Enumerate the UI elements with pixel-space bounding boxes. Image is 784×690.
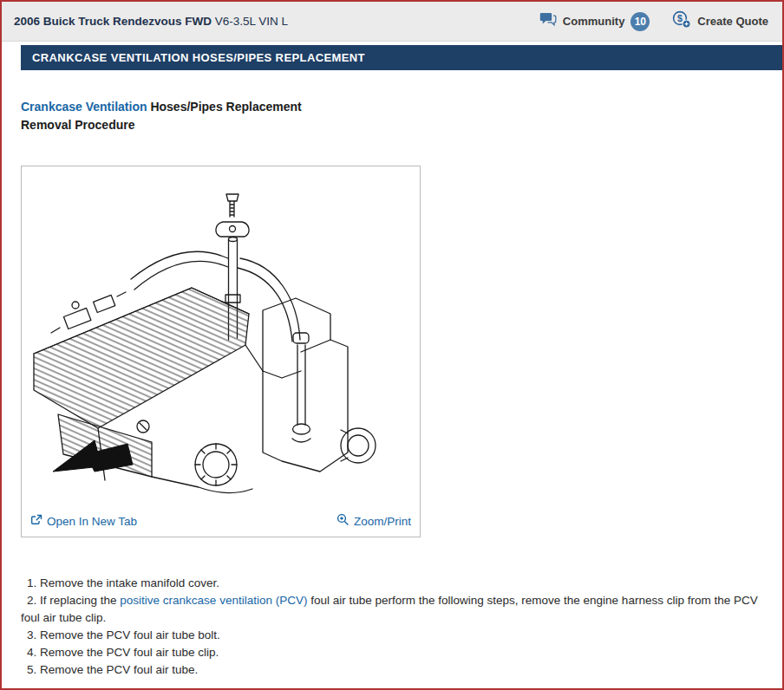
community-label: Community xyxy=(563,15,625,28)
section-title-bar: CRANKCASE VENTILATION HOSES/PIPES REPLAC… xyxy=(21,45,782,70)
create-quote-button[interactable]: $ Create Quote xyxy=(672,10,768,32)
engine-diagram xyxy=(22,166,420,511)
procedure-steps: 1. Remove the intake manifold cover. 2. … xyxy=(21,575,763,679)
zoom-icon xyxy=(336,513,350,529)
article-heading: Crankcase Ventilation Hoses/Pipes Replac… xyxy=(21,98,763,134)
step-2: 2. If replacing the positive crankcase v… xyxy=(21,592,763,627)
vehicle-engine-detail: V6-3.5L VIN L xyxy=(212,15,288,28)
crankcase-ventilation-link[interactable]: Crankcase Ventilation xyxy=(21,100,147,114)
header-bar: 2006 Buick Truck Rendezvous FWD V6-3.5L … xyxy=(2,2,782,42)
step-text: If replacing the xyxy=(40,594,120,607)
step-3: 3. Remove the PCV foul air tube bolt. xyxy=(21,627,763,644)
step-text: Remove the PCV foul air tube bolt. xyxy=(40,628,220,641)
step-number: 2. xyxy=(27,594,40,607)
vehicle-name: 2006 Buick Truck Rendezvous FWD xyxy=(14,15,212,28)
community-count-badge: 10 xyxy=(630,12,650,31)
step-text: Remove the PCV foul air tube. xyxy=(40,663,198,676)
heading-rest: Hoses/Pipes Replacement xyxy=(147,100,302,114)
create-quote-label: Create Quote xyxy=(697,15,768,28)
step-text: Remove the PCV foul air tube clip. xyxy=(40,646,219,659)
step-text: Remove the intake manifold cover. xyxy=(40,576,219,589)
step-number: 3. xyxy=(27,628,40,641)
figure-footer: Open In New Tab Zoom/Print xyxy=(22,511,420,537)
removal-procedure-subheading: Removal Procedure xyxy=(21,116,763,134)
open-in-new-tab-icon xyxy=(30,514,42,529)
step-number: 4. xyxy=(27,646,40,659)
pcv-link[interactable]: positive crankcase ventilation (PCV) xyxy=(120,594,307,607)
step-number: 1. xyxy=(27,576,40,589)
step-1: 1. Remove the intake manifold cover. xyxy=(21,575,763,592)
open-in-new-tab-label: Open In New Tab xyxy=(47,515,137,528)
figure-panel: Open In New Tab Zoom/Print xyxy=(21,166,421,537)
header-actions: Community 10 $ Create Quote xyxy=(539,10,768,32)
step-4: 4. Remove the PCV foul air tube clip. xyxy=(21,644,763,661)
create-quote-icon: $ xyxy=(672,10,691,32)
open-in-new-tab-link[interactable]: Open In New Tab xyxy=(30,514,137,529)
step-number: 5. xyxy=(27,663,40,676)
svg-text:$: $ xyxy=(677,13,683,23)
zoom-print-label: Zoom/Print xyxy=(354,515,411,528)
community-button[interactable]: Community 10 xyxy=(539,12,650,31)
vehicle-title: 2006 Buick Truck Rendezvous FWD V6-3.5L … xyxy=(14,15,288,28)
community-icon xyxy=(539,12,557,30)
step-5: 5. Remove the PCV foul air tube. xyxy=(21,661,763,679)
heading-line: Crankcase Ventilation Hoses/Pipes Replac… xyxy=(21,98,763,116)
zoom-print-link[interactable]: Zoom/Print xyxy=(336,513,411,529)
